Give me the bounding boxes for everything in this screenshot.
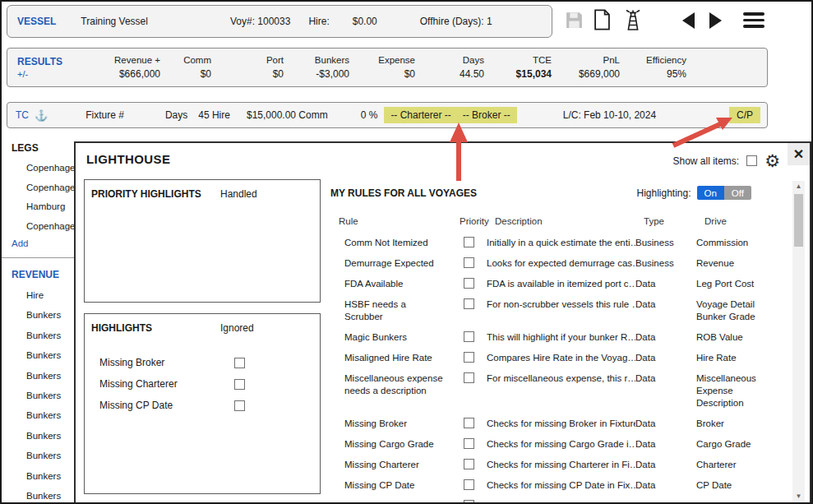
revenue-item[interactable]: Bunkers (26, 305, 77, 325)
revenue-list: HireBunkersBunkersBunkersBunkersBunkersB… (2, 285, 77, 504)
priority-checkbox[interactable] (464, 278, 474, 289)
comm-value[interactable]: $15,000.00 Comm (247, 109, 328, 121)
revenue-section-header[interactable]: REVENUE (12, 269, 77, 280)
results-column-value: $669,000 (552, 68, 620, 80)
rule-drive: Miscellaneous Expense Description (696, 372, 776, 409)
rule-row: Miscellaneous expense needs a descriptio… (330, 368, 784, 414)
ignored-checkbox[interactable] (234, 358, 245, 368)
save-icon[interactable] (564, 10, 584, 34)
scrollbar-thumb[interactable] (794, 194, 803, 247)
rules-title: MY RULES FOR ALL VOYAGES (330, 187, 477, 199)
rule-row: Missing BrokerChecks for missing Broker … (330, 414, 784, 434)
results-column-label: Revenue + (81, 55, 160, 65)
leg-item[interactable]: Hamburg (26, 197, 77, 217)
revenue-item[interactable]: Hire (26, 285, 77, 305)
leg-item[interactable]: Copenhage (26, 159, 77, 178)
record-navigation (682, 12, 722, 29)
rule-type: Data (635, 418, 696, 430)
results-column: TCE$15,034 (484, 55, 552, 80)
results-column-value: $0 (349, 68, 415, 80)
leg-item[interactable]: Copenhage (26, 217, 77, 237)
broker-placeholder[interactable]: -- Broker -- (463, 109, 510, 121)
document-icon[interactable] (594, 9, 611, 34)
results-column-label: Comm (160, 55, 211, 65)
rule-drive: Revenue (696, 257, 776, 270)
priority-checkbox[interactable] (464, 418, 474, 428)
ignored-checkbox[interactable] (234, 379, 245, 390)
revenue-item[interactable]: Bunkers (26, 446, 77, 465)
rule-priority-cell (451, 459, 487, 471)
results-column-label: PnL (552, 55, 620, 65)
rule-row: Missing ChartererChecks for missing Char… (330, 455, 784, 475)
rule-description: Checks for missing CP Quantity in… (487, 500, 635, 504)
revenue-item[interactable]: Bunkers (26, 326, 77, 345)
rule-drive: Hire Rate (696, 352, 776, 364)
priority-checkbox[interactable] (464, 372, 474, 383)
priority-checkbox[interactable] (464, 257, 474, 268)
priority-checkbox[interactable] (464, 331, 474, 342)
rule-priority-cell (451, 372, 487, 409)
laycan-dates[interactable]: L/C: Feb 10-10, 2024 (563, 109, 656, 121)
priority-checkbox[interactable] (464, 500, 474, 504)
highlight-item: Missing Broker (91, 352, 313, 373)
rule-drive: CP Quantity (696, 500, 776, 504)
gear-icon[interactable]: ⚙ (764, 152, 780, 169)
priority-checkbox[interactable] (464, 479, 474, 490)
menu-icon[interactable] (743, 12, 764, 28)
ignored-column-label: Ignored (220, 322, 254, 334)
cp-date-highlight[interactable]: C/P (729, 107, 760, 123)
ignored-checkbox[interactable] (234, 400, 245, 411)
show-all-items-checkbox[interactable] (746, 155, 757, 166)
results-bar: RESULTS +/- Revenue +$666,000Comm$0Port$… (7, 48, 768, 87)
priority-checkbox[interactable] (464, 459, 474, 469)
rule-description: For non-scrubber vessels this rule … (487, 298, 635, 323)
highlighting-on-button[interactable]: On (697, 186, 724, 200)
add-leg-link[interactable]: Add (12, 238, 77, 248)
rule-name: Missing Broker (330, 418, 451, 430)
close-icon[interactable]: ✕ (788, 143, 810, 165)
rule-description: FDA is available in itemized port c… (487, 278, 635, 290)
rule-name: Missing CP Date (330, 479, 451, 492)
results-label[interactable]: RESULTS (17, 56, 81, 67)
voyage-number-label: Voy#: (230, 16, 255, 27)
hire-days-value[interactable]: 45 Hire (198, 109, 230, 121)
scroll-down-icon[interactable]: ▼ (792, 491, 805, 502)
revenue-item[interactable]: Bunkers (26, 405, 77, 425)
revenue-item[interactable]: Bunkers (26, 486, 77, 504)
lighthouse-icon[interactable] (620, 7, 646, 35)
rule-type: Data (635, 298, 696, 323)
revenue-item[interactable]: Bunkers (26, 386, 77, 405)
fixture-number-label[interactable]: Fixture # (85, 109, 124, 121)
voyage-number-value: 100033 (257, 16, 290, 27)
vessel-label[interactable]: VESSEL (17, 16, 56, 27)
legs-section-header: LEGS (12, 142, 77, 154)
charterer-placeholder[interactable]: -- Charterer -- (390, 109, 450, 121)
rule-name: Magic Bunkers (330, 331, 451, 344)
vessel-name: Training Vessel (81, 16, 148, 27)
revenue-item[interactable]: Bunkers (26, 466, 77, 486)
scroll-up-icon[interactable]: ▲ (792, 181, 805, 192)
next-arrow-icon[interactable] (709, 12, 722, 29)
comm-percent[interactable]: 0 % (361, 109, 378, 121)
drive-column-header: Drive (704, 216, 784, 226)
handled-column-label: Handled (220, 188, 257, 200)
priority-checkbox[interactable] (464, 438, 474, 449)
revenue-item[interactable]: Bunkers (26, 426, 77, 446)
charterer-broker-highlight: -- Charterer -- -- Broker -- (384, 107, 516, 123)
priority-highlights-box: PRIORITY HIGHLIGHTS Handled (84, 179, 321, 303)
highlighting-off-button[interactable]: Off (724, 186, 751, 200)
previous-arrow-icon[interactable] (682, 12, 695, 29)
revenue-item[interactable]: Bunkers (26, 345, 77, 365)
rule-drive: Charterer (696, 459, 776, 471)
priority-checkbox[interactable] (464, 352, 474, 363)
results-plusminus[interactable]: +/- (17, 69, 81, 79)
tc-label[interactable]: TC (16, 109, 29, 121)
rule-name: FDA Available (330, 278, 451, 290)
priority-checkbox[interactable] (464, 298, 474, 309)
leg-item[interactable]: Copenhage (26, 178, 77, 198)
rules-table-body: Comm Not ItemizedInitially in a quick es… (330, 233, 784, 504)
rules-scrollbar[interactable]: ▲ ▼ (792, 181, 805, 502)
revenue-item[interactable]: Bunkers (26, 366, 77, 386)
priority-checkbox[interactable] (464, 237, 474, 247)
rule-row: Missing Cargo GradeChecks for missing Ca… (330, 434, 784, 455)
